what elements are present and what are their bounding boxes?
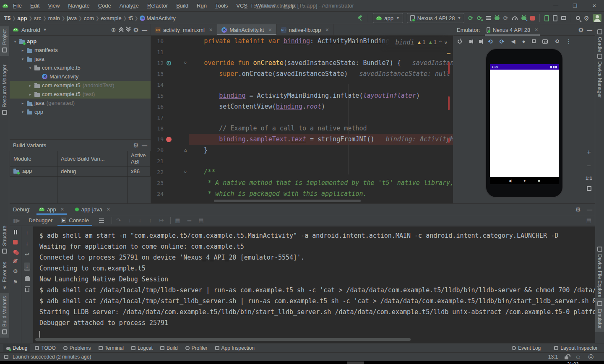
toolwindow-button-debug[interactable]: Debug [3,344,30,352]
gutter[interactable]: 13 [151,68,182,79]
gutter[interactable]: 18 [151,123,182,134]
column-header[interactable]: Active Build Vari... [57,151,128,166]
rotate-left-icon[interactable]: ⟲ [488,38,493,45]
emulator-gear-icon[interactable]: ⚙ [578,27,584,33]
evaluate-expression-icon[interactable]: ▦ [175,217,180,224]
overview-icon[interactable] [532,39,536,43]
apply-code-changes-icon[interactable]: ⟳A [477,15,482,21]
close-icon[interactable]: ✕ [323,27,329,33]
code-line-23[interactable]: 23 * A native method that is implemented… [151,177,453,188]
chevron-collapsed-icon[interactable]: ▸ [28,92,32,96]
chevron-collapsed-icon[interactable]: ▸ [21,101,25,105]
gutter[interactable]: 12↑ [151,57,182,68]
code-line-12[interactable]: 12↑⌂ override fun onCreate(savedInstance… [151,57,453,68]
menu-item-file[interactable]: File [9,1,26,10]
device-display[interactable]: 1:39 ◀ ● ■ [490,64,559,184]
variant-cell[interactable]: debug [57,166,128,177]
zoom-actual-button[interactable]: 1:1 [586,176,592,181]
gutter[interactable]: 15 [151,90,182,101]
screenshot-camera-icon[interactable] [542,39,548,44]
code-area[interactable]: 10 private lateinit var binding: Activit… [151,36,453,203]
device-overview-icon[interactable]: ■ [538,179,540,183]
tree-row[interactable]: MainActivity [10,72,151,81]
tree-row[interactable]: ▾java [10,55,151,63]
debug-console[interactable]: $ adb shell am start -n "com.example.t5/… [33,226,596,343]
maximize-button[interactable]: ❐ [565,0,585,12]
device-home-icon[interactable]: ● [523,179,526,183]
menu-item-run[interactable]: Run [193,1,211,10]
abi-cell[interactable]: x86 [128,166,151,177]
gutter[interactable]: 17 [151,112,182,123]
chevron-expanded-icon[interactable]: ▾ [28,66,32,70]
tree-row[interactable]: ▸com.example.t5 (test) [10,90,151,99]
caret-position[interactable]: 13:1 [548,354,558,360]
column-header[interactable]: Module [10,151,57,166]
code-line-15[interactable]: 15 binding = ActivityMainBinding.inflate… [151,90,453,101]
editor-tab-native-lib.cpp[interactable]: C++native-lib.cpp✕ [277,24,334,35]
status-message[interactable]: Launch succeeded (2 minutes ago) [13,354,91,360]
gutter[interactable]: 24 [151,188,182,199]
attach-debugger-icon[interactable]: ↘ [521,16,526,20]
gutter[interactable]: 14 [151,79,182,90]
stripe-item-project[interactable]: Project [0,26,9,56]
step-into-icon[interactable]: ↓ [128,217,131,224]
device-back-icon[interactable]: ◀ [508,179,511,183]
next-problem-icon[interactable]: v [444,40,447,45]
stripe-item-favorites[interactable]: ★Favorites [0,258,9,294]
debug-gear-icon[interactable]: ⚙ [575,206,581,213]
toolwindow-button-profiler[interactable]: Profiler [182,344,211,352]
tree-row[interactable]: ▾app [10,37,151,46]
code-line-24[interactable]: 24 * which is packaged with this applica… [151,188,453,199]
view-breakpoints-icon[interactable] [13,250,17,254]
override-method-icon[interactable]: ↑ [164,60,174,66]
code-line-14[interactable]: 14 [151,79,453,90]
toolwindow-button-todo[interactable]: TODO [32,344,58,352]
close-button[interactable]: ✕ [585,0,604,12]
chevron-collapsed-icon[interactable]: ▸ [21,48,25,52]
chevron-collapsed-icon[interactable]: ▸ [28,83,32,88]
mute-breakpoints-icon[interactable] [13,259,17,263]
stripe-item-build-variants[interactable]: Build Variants [0,293,9,338]
menu-item-vcs[interactable]: VCS [232,1,251,10]
project-options-gear-icon[interactable]: ⚙ [133,27,139,33]
view-layout-icon[interactable]: ⚌ [187,217,192,224]
tree-row[interactable]: ▸com.example.t5 (androidTest) [10,81,151,90]
fit-screen-button[interactable] [587,186,591,191]
gutter[interactable]: 19 [151,134,182,145]
settings-gear-icon[interactable]: ⚙ [584,15,589,21]
code-line-11[interactable]: 11 [151,47,453,57]
build-hammer-icon[interactable] [357,15,363,21]
zoom-out-button[interactable]: − [587,162,591,170]
gutter[interactable]: 21 [151,156,182,166]
down-stack-icon[interactable]: ↓ [26,241,29,246]
scroll-to-end-icon[interactable]: ↓ [24,263,30,270]
breadcrumb-item[interactable]: java [67,15,77,21]
step-out-icon[interactable]: ↑ [149,217,152,224]
toolwindow-button-layout-inspector[interactable]: Layout Inspector [551,344,601,352]
breadcrumb-item[interactable]: src [34,15,41,21]
menu-item-edit[interactable]: Edit [26,1,43,10]
power-icon[interactable] [458,39,462,44]
chevron-expanded-icon[interactable]: ▾ [21,57,25,61]
hide-panel-icon[interactable]: — [142,27,147,33]
close-icon[interactable]: ✕ [59,207,64,212]
code-line-18[interactable]: 18 // Example of a call to a native meth… [151,123,453,134]
breakpoint-icon[interactable] [164,136,174,143]
gutter[interactable]: 11 [151,47,182,57]
breadcrumb-item[interactable]: com [84,15,94,21]
menu-item-refactor[interactable]: Refactor [143,1,172,10]
chevron-down-icon[interactable]: ▼ [43,28,47,32]
rotate-right-icon[interactable]: ⟳ [500,38,505,45]
breadcrumb-item[interactable]: example [101,15,122,21]
gutter[interactable]: 10 [151,36,182,47]
toolwindow-button-logcat[interactable]: Logcat [128,344,156,352]
stripe-item-structure[interactable]: Structure [0,222,9,257]
expand-all-icon[interactable] [119,28,123,32]
code-line-20[interactable]: 20⌂ } [151,145,453,156]
select-opened-file-icon[interactable]: ⊕ [111,27,116,33]
breadcrumb-item[interactable]: MainActivity [146,15,175,21]
debug-tab-app-java[interactable]: app-java✕ [73,204,113,215]
snapshots-icon[interactable]: ⟲ [555,39,559,44]
breakpoint-dot[interactable] [166,137,172,142]
up-stack-icon[interactable]: ↑ [26,230,29,235]
